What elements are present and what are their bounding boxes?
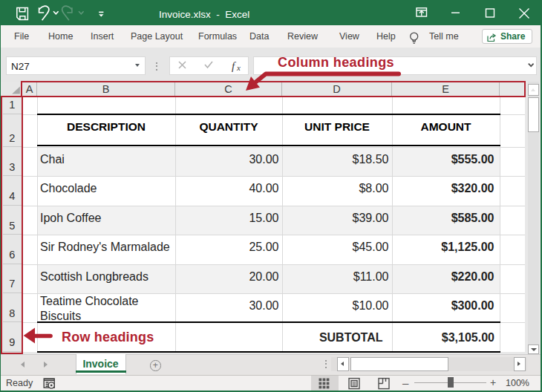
svg-text:x: x (236, 63, 241, 72)
svg-text:f: f (232, 60, 236, 72)
